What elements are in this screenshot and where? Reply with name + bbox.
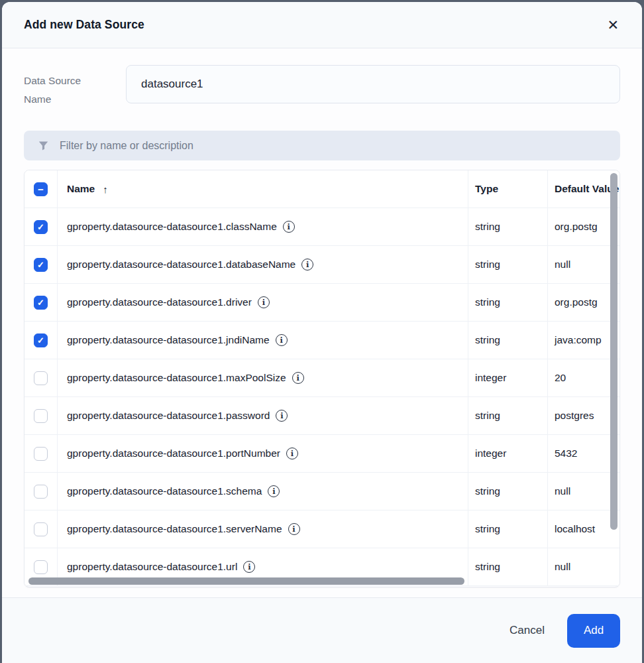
horizontal-scrollbar[interactable] (28, 577, 464, 585)
property-name: gproperty.datasource-datasource1.driver (67, 296, 252, 308)
property-type: string (475, 561, 500, 573)
property-type: string (475, 334, 500, 346)
modal-body: Data Source Name − Name ↑ Type (2, 48, 642, 597)
modal-title: Add new Data Source (24, 18, 144, 32)
property-name: gproperty.datasource-datasource1.schema (67, 485, 262, 497)
table-row: gproperty.datasource-datasource1.portNum… (25, 435, 619, 473)
select-all-checkbox[interactable]: − (34, 182, 48, 196)
sort-ascending-icon[interactable]: ↑ (103, 184, 108, 195)
table-body: ✓ gproperty.datasource-datasource1.class… (25, 208, 619, 586)
table-row: gproperty.datasource-datasource1.maxPool… (25, 359, 619, 397)
property-type: string (475, 485, 500, 497)
info-icon[interactable]: i (283, 221, 295, 233)
table-header-row: − Name ↑ Type Default Value (25, 170, 619, 208)
column-header-type[interactable]: Type (468, 170, 548, 208)
property-default-value: org.postg (555, 221, 598, 233)
data-source-name-input[interactable] (126, 65, 620, 103)
row-checkbox[interactable]: ✓ (34, 258, 48, 272)
property-name: gproperty.datasource-datasource1.databas… (67, 259, 295, 271)
filter-input[interactable] (60, 140, 607, 152)
property-name: gproperty.datasource-datasource1.classNa… (67, 221, 277, 233)
data-source-name-label: Data Source Name (24, 65, 126, 109)
header-checkbox-cell: − (25, 170, 58, 208)
info-icon[interactable]: i (301, 259, 313, 271)
property-type: string (475, 410, 500, 422)
property-name: gproperty.datasource-datasource1.portNum… (67, 448, 280, 459)
row-checkbox[interactable] (34, 371, 48, 385)
property-default-value: postgres (555, 410, 594, 422)
table-row: ✓ gproperty.datasource-datasource1.drive… (25, 284, 619, 322)
data-source-name-row: Data Source Name (24, 65, 620, 109)
info-icon[interactable]: i (258, 296, 270, 308)
property-default-value: null (555, 561, 570, 573)
property-type: string (475, 523, 500, 535)
info-icon[interactable]: i (243, 561, 255, 573)
property-type: string (475, 296, 500, 308)
property-default-value: localhost (555, 523, 595, 535)
property-type: string (475, 221, 500, 233)
info-icon[interactable]: i (276, 334, 288, 346)
row-checkbox[interactable]: ✓ (34, 296, 48, 310)
property-default-value: java:comp (555, 334, 602, 346)
property-default-value: 20 (555, 372, 566, 384)
filter-bar (24, 131, 620, 160)
table-row: gproperty.datasource-datasource1.passwor… (25, 397, 619, 435)
add-data-source-modal: Add new Data Source ✕ Data Source Name −… (2, 2, 642, 663)
property-type: integer (475, 372, 506, 384)
property-name: gproperty.datasource-datasource1.jndiNam… (67, 334, 270, 346)
row-checkbox[interactable]: ✓ (34, 333, 48, 347)
row-checkbox[interactable] (34, 560, 48, 574)
info-icon[interactable]: i (292, 372, 304, 384)
row-checkbox[interactable]: ✓ (34, 220, 48, 234)
close-icon[interactable]: ✕ (606, 17, 620, 33)
row-checkbox[interactable] (34, 485, 48, 499)
filter-funnel-icon (37, 139, 50, 152)
property-name: gproperty.datasource-datasource1.serverN… (67, 523, 282, 535)
info-icon[interactable]: i (276, 410, 288, 422)
info-icon[interactable]: i (286, 448, 298, 459)
vertical-scrollbar[interactable] (610, 173, 617, 530)
properties-table: − Name ↑ Type Default Value ✓ gproperty.… (24, 170, 620, 587)
property-default-value: org.postg (555, 296, 598, 308)
table-row: ✓ gproperty.datasource-datasource1.datab… (25, 246, 619, 284)
column-header-default-value[interactable]: Default Value (548, 170, 619, 208)
property-name: gproperty.datasource-datasource1.url (67, 561, 237, 573)
property-default-value: null (555, 259, 570, 271)
row-checkbox[interactable] (34, 409, 48, 423)
row-checkbox[interactable] (34, 447, 48, 461)
modal-footer: Cancel Add (2, 597, 642, 663)
info-icon[interactable]: i (268, 485, 280, 497)
property-name: gproperty.datasource-datasource1.passwor… (67, 410, 270, 422)
table-row: gproperty.datasource-datasource1.schema … (25, 473, 619, 511)
row-checkbox[interactable] (34, 522, 48, 536)
add-button[interactable]: Add (567, 614, 620, 648)
column-header-name[interactable]: Name ↑ (58, 170, 468, 208)
property-type: integer (475, 448, 506, 459)
property-default-value: null (555, 485, 570, 497)
cancel-button[interactable]: Cancel (510, 624, 545, 637)
property-name: gproperty.datasource-datasource1.maxPool… (67, 372, 286, 384)
property-type: string (475, 259, 500, 271)
table-row: gproperty.datasource-datasource1.serverN… (25, 511, 619, 548)
property-default-value: 5432 (555, 448, 577, 459)
table-row: ✓ gproperty.datasource-datasource1.jndiN… (25, 322, 619, 359)
info-icon[interactable]: i (288, 523, 300, 535)
modal-header: Add new Data Source ✕ (2, 2, 642, 48)
table-row: ✓ gproperty.datasource-datasource1.class… (25, 208, 619, 246)
